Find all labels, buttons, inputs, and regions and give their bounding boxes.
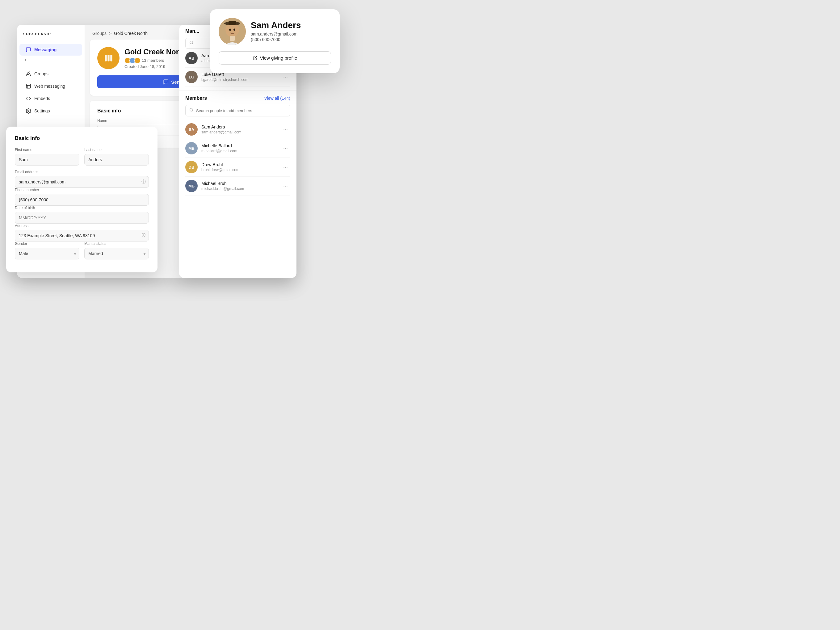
member-avatars — [125, 57, 139, 64]
sidebar-item-messaging[interactable]: Messaging — [19, 44, 82, 55]
person-info: Sam Anders sam.anders@gmail.com (500) 60… — [251, 21, 301, 43]
avatar: SA — [185, 123, 197, 136]
sidebar-item-settings[interactable]: Settings — [19, 105, 82, 117]
sidebar-messaging-label: Messaging — [34, 47, 57, 52]
member-avatar-3 — [134, 57, 141, 64]
avatar: AB — [185, 52, 197, 64]
last-name-label: Last name — [84, 148, 149, 152]
name-row: First name Last name — [15, 148, 149, 166]
phone-input[interactable] — [15, 194, 149, 206]
view-giving-label: View giving profile — [260, 55, 297, 60]
email-field: Email address ⓘ — [15, 170, 149, 188]
group-info: Gold Creek North 13 members Created June… — [125, 47, 186, 69]
marital-field: Marital status Married Single Divorced ▾ — [84, 242, 149, 259]
group-name: Gold Creek North — [125, 47, 186, 56]
svg-point-0 — [27, 72, 29, 74]
sidebar-groups-label: Groups — [34, 71, 49, 76]
email-input-wrapper: ⓘ — [15, 176, 149, 188]
sidebar-settings-label: Settings — [34, 108, 50, 113]
marital-select[interactable]: Married Single Divorced — [84, 248, 149, 259]
app-logo: SUBSPLASH° — [17, 32, 85, 43]
sidebar-item-embeds[interactable]: Embeds — [19, 93, 82, 104]
sidebar-item-groups[interactable]: Groups — [19, 68, 82, 80]
last-name-input[interactable] — [84, 154, 149, 166]
back-button[interactable] — [17, 56, 85, 67]
group-meta: 13 members — [125, 57, 186, 64]
svg-rect-5 — [110, 55, 112, 62]
dob-label: Date of birth — [15, 206, 149, 210]
phone-label: Phone number — [15, 188, 149, 192]
dob-input[interactable] — [15, 212, 149, 224]
view-giving-button[interactable]: View giving profile — [219, 51, 331, 65]
message-icon — [25, 47, 31, 52]
phone-field: Phone number — [15, 188, 149, 206]
svg-rect-14 — [230, 36, 235, 41]
member-name: Michael Bruhl — [201, 181, 244, 186]
dob-field: Date of birth — [15, 206, 149, 224]
address-input[interactable] — [15, 230, 149, 242]
person-phone: (500) 600-7000 — [251, 37, 301, 42]
svg-point-6 — [190, 41, 193, 44]
list-item[interactable]: MB Michael Bruhl michael.bruhl@gmail.com… — [185, 177, 290, 196]
list-item[interactable]: SA Sam Anders sam.anders@gmail.com ··· — [185, 120, 290, 139]
avatar: LG — [185, 71, 197, 83]
view-all-button[interactable]: View all (144) — [264, 96, 290, 101]
members-header: Members View all (144) — [185, 95, 290, 101]
gender-select-wrapper: Male Female Other ▾ — [15, 248, 79, 259]
member-email: sam.anders@gmail.com — [201, 130, 242, 134]
svg-point-16 — [143, 234, 144, 235]
first-name-label: First name — [15, 148, 79, 152]
member-name: Sam Anders — [201, 125, 242, 129]
svg-rect-4 — [107, 55, 109, 62]
svg-rect-11 — [229, 21, 236, 25]
more-options-icon[interactable]: ··· — [281, 182, 290, 191]
gender-select[interactable]: Male Female Other — [15, 248, 79, 259]
svg-line-15 — [254, 56, 257, 58]
sidebar-item-web-messaging[interactable]: Web messaging — [19, 80, 82, 92]
list-item[interactable]: DB Drew Bruhl bruhl.drew@gmail.com ··· — [185, 158, 290, 177]
search-members-input[interactable] — [196, 108, 286, 113]
svg-point-7 — [190, 108, 193, 111]
first-name-input[interactable] — [15, 154, 79, 166]
groups-icon — [25, 71, 31, 77]
svg-point-13 — [234, 29, 235, 31]
list-item[interactable]: MB Michelle Ballard m.ballard@gmail.com … — [185, 139, 290, 158]
search-members-field[interactable] — [185, 105, 290, 117]
svg-point-2 — [28, 110, 29, 112]
breadcrumb-parent[interactable]: Groups — [92, 31, 107, 36]
search-icon — [189, 108, 194, 113]
svg-rect-3 — [105, 55, 107, 62]
email-input[interactable] — [15, 176, 149, 188]
more-options-icon[interactable]: ··· — [281, 125, 290, 134]
last-name-field: Last name — [84, 148, 149, 166]
member-email: michael.bruhl@gmail.com — [201, 186, 244, 191]
svg-rect-1 — [26, 84, 31, 88]
sidebar-web-label: Web messaging — [34, 84, 65, 88]
person-name: Sam Anders — [251, 21, 301, 30]
avatar: DB — [185, 161, 197, 173]
group-created-date: Created June 18, 2019 — [125, 64, 186, 69]
more-options-icon[interactable]: ··· — [281, 144, 290, 153]
member-details: Drew Bruhl bruhl.drew@gmail.com — [201, 162, 239, 172]
location-icon — [141, 233, 146, 238]
breadcrumb-current: Gold Creek North — [114, 31, 148, 36]
more-options-icon[interactable]: ··· — [281, 163, 290, 172]
email-label: Email address — [15, 170, 149, 174]
gender-field: Gender Male Female Other ▾ — [15, 242, 79, 259]
gender-marital-row: Gender Male Female Other ▾ Marital statu… — [15, 242, 149, 259]
member-email: l.garett@ministrychurch.com — [201, 77, 248, 82]
settings-icon — [25, 108, 31, 114]
sidebar-embeds-label: Embeds — [34, 96, 50, 101]
more-options-icon[interactable]: ··· — [281, 73, 290, 82]
members-section: Members View all (144) SA Sam Anders sam… — [179, 90, 297, 196]
member-details: Luke Garett l.garett@ministrychurch.com — [201, 72, 248, 82]
members-title: Members — [185, 95, 207, 101]
person-card: Sam Anders sam.anders@gmail.com (500) 60… — [210, 9, 340, 73]
member-email: bruhl.drew@gmail.com — [201, 168, 239, 172]
search-icon — [189, 41, 194, 46]
first-name-field: First name — [15, 148, 79, 166]
gender-label: Gender — [15, 242, 79, 246]
web-icon — [25, 84, 31, 89]
svg-point-12 — [229, 29, 231, 31]
member-count: 13 members — [142, 58, 164, 63]
